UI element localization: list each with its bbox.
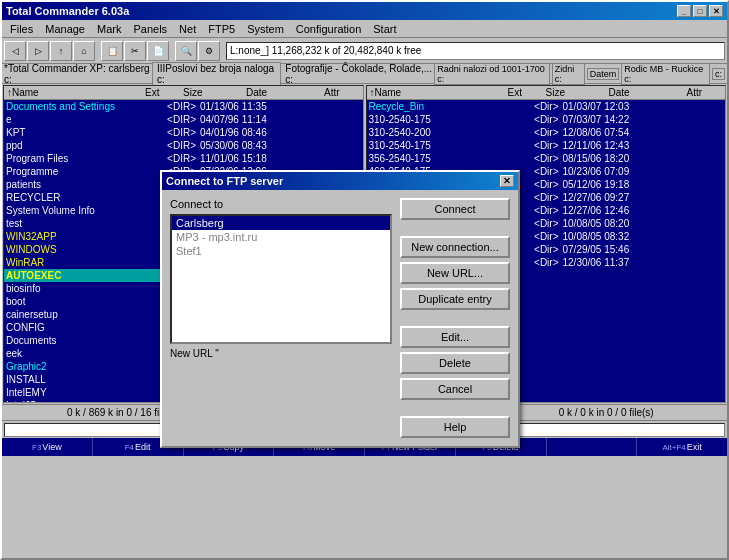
ftp-connection-item[interactable]: Stef1 — [172, 244, 390, 258]
connect-to-label: Connect to — [170, 198, 392, 210]
connect-button[interactable]: Connect — [400, 198, 510, 220]
duplicate-entry-button[interactable]: Duplicate entry — [400, 288, 510, 310]
dialog-left-panel: Connect to Carlsberg MP3 - mp3.int.ru St… — [170, 198, 392, 438]
dialog-overlay: Connect to FTP server ✕ Connect to Carls… — [0, 0, 729, 560]
new-url-preview: New URL " — [170, 348, 392, 359]
ftp-dialog: Connect to FTP server ✕ Connect to Carls… — [160, 170, 520, 448]
new-url-button[interactable]: New URL... — [400, 262, 510, 284]
ftp-connection-item[interactable]: MP3 - mp3.int.ru — [172, 230, 390, 244]
edit-button[interactable]: Edit... — [400, 326, 510, 348]
dialog-body: Connect to Carlsberg MP3 - mp3.int.ru St… — [162, 190, 518, 446]
delete-button[interactable]: Delete — [400, 352, 510, 374]
new-connection-button[interactable]: New connection... — [400, 236, 510, 258]
help-button[interactable]: Help — [400, 416, 510, 438]
dialog-title-bar: Connect to FTP server ✕ — [162, 172, 518, 190]
new-url-text: New URL " — [170, 348, 219, 359]
dialog-right-panel: Connect New connection... New URL... Dup… — [400, 198, 510, 438]
ftp-connection-list[interactable]: Carlsberg MP3 - mp3.int.ru Stef1 — [170, 214, 392, 344]
dialog-title-text: Connect to FTP server — [166, 175, 283, 187]
dialog-close-button[interactable]: ✕ — [500, 175, 514, 187]
ftp-connection-item[interactable]: Carlsberg — [172, 216, 390, 230]
cancel-button[interactable]: Cancel — [400, 378, 510, 400]
